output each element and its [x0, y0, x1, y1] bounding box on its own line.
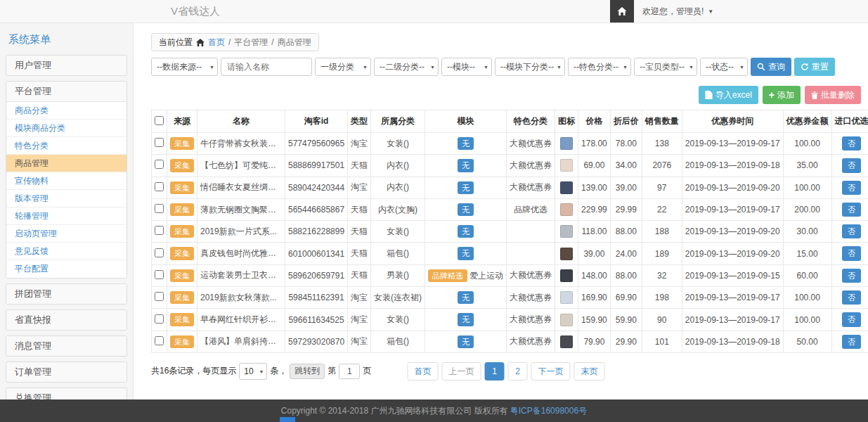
imported-toggle[interactable]: 否 [842, 136, 861, 151]
jump-page-input[interactable] [339, 364, 360, 379]
chevron-down-icon: ▼ [689, 65, 694, 70]
sidebar-group[interactable]: 消息管理 [6, 336, 127, 356]
filter-select-level2[interactable]: --二级分类--▼ [374, 58, 439, 76]
sidebar-item[interactable]: 模块商品分类 [6, 120, 127, 137]
source-badge: 采集 [170, 313, 194, 326]
sidebar-panel: 用户管理 [6, 55, 127, 76]
filter-select-value: --二级分类-- [380, 61, 425, 73]
icon-cell [555, 177, 578, 198]
chevron-down-icon: ▼ [430, 65, 435, 70]
per-page-select[interactable]: 10 ▼ [239, 363, 267, 380]
sidebar-group[interactable]: 平台管理 [6, 82, 127, 101]
sidebar-item[interactable]: 特色分类 [6, 137, 127, 155]
pager-item[interactable]: 2 [508, 362, 528, 381]
row-checkbox[interactable] [155, 160, 164, 169]
sidebar-item[interactable]: 商品分类 [6, 102, 127, 120]
filter-select-status[interactable]: --状态--▼ [700, 58, 748, 76]
imported-toggle[interactable]: 否 [842, 246, 861, 260]
taoke-id: 589042420344 [285, 177, 348, 198]
select-all-checkbox[interactable] [155, 116, 164, 125]
filter-select-data-source[interactable]: --数据来源--▼ [151, 58, 218, 76]
product-category: 内衣(文胸) [371, 198, 425, 220]
module-badge: 无 [458, 313, 474, 326]
row-checkbox[interactable] [155, 226, 164, 235]
source-cell: 采集 [167, 133, 197, 155]
pager-item[interactable]: 1 [485, 362, 505, 381]
home-icon [617, 7, 627, 15]
sidebar-item[interactable]: 轮播管理 [6, 207, 127, 225]
sidebar-item[interactable]: 商品管理 [6, 155, 127, 172]
filter-select-value: --数据来源-- [157, 61, 202, 73]
jump-post-text: 页 [363, 365, 371, 377]
imported-cell: 否 [831, 309, 868, 331]
sidebar-item[interactable]: 版本管理 [6, 190, 127, 207]
bulk-delete-button[interactable]: 批量删除 [805, 86, 861, 104]
imported-toggle[interactable]: 否 [842, 158, 861, 172]
sidebar-panel: 消息管理 [6, 335, 127, 357]
sidebar-item[interactable]: 意见反馈 [6, 243, 127, 260]
pager-item[interactable]: 首页 [408, 362, 439, 381]
filter-select-item-type[interactable]: --宝贝类型--▼ [634, 58, 697, 76]
add-button[interactable]: + 添加 [763, 86, 801, 104]
row-checkbox[interactable] [155, 138, 164, 147]
row-checkbox[interactable] [155, 336, 164, 345]
filter-input-name[interactable] [221, 58, 312, 76]
special-category: 大额优惠券 [507, 264, 555, 286]
module-cell: 无 [425, 331, 507, 352]
select-all-cell [152, 110, 167, 133]
sidebar-group[interactable]: 订单管理 [6, 362, 127, 382]
jump-button[interactable]: 跳转到 [290, 364, 325, 379]
module-cell: 无 [425, 133, 507, 155]
sidebar-title: 系统菜单 [8, 33, 127, 46]
icp-link[interactable]: 粤ICP备16098006号 [510, 405, 587, 417]
sidebar-item[interactable]: 启动页管理 [6, 225, 127, 243]
special-category: 大额优惠券 [507, 331, 555, 352]
table-row: 采集早春网红针织开衫女春...596611634525淘宝女装()无大额优惠券1… [152, 309, 868, 331]
reset-button[interactable]: 重置 [794, 58, 835, 76]
filter-select-module[interactable]: --模块--▼ [441, 58, 492, 76]
product-category: 箱包() [371, 331, 425, 352]
filter-select-module-sub[interactable]: --模块下分类--▼ [495, 58, 565, 76]
sidebar-panel: 省直快报 [6, 309, 127, 331]
coupon-amount: 35.00 [783, 155, 831, 177]
filter-select-level1[interactable]: 一级分类▼ [315, 58, 371, 76]
column-header: 名称 [197, 110, 285, 133]
filter-select-special[interactable]: --特色分类--▼ [568, 58, 631, 76]
import-excel-button[interactable]: 导入excel [699, 86, 758, 104]
product-type: 天猫 [348, 264, 371, 286]
sidebar-group[interactable]: 省直快报 [6, 310, 127, 330]
imported-toggle[interactable]: 否 [842, 312, 861, 326]
sidebar-group[interactable]: 用户管理 [6, 56, 127, 75]
sales-count: 97 [642, 177, 682, 198]
pager-item[interactable]: 下一页 [531, 362, 571, 381]
imported-toggle[interactable]: 否 [842, 269, 861, 283]
row-checkbox[interactable] [155, 204, 164, 213]
chevron-down-icon: ▼ [363, 65, 368, 70]
row-checkbox[interactable] [155, 182, 164, 191]
home-button[interactable] [610, 0, 634, 23]
sidebar-item[interactable]: 宣传物料 [6, 172, 127, 190]
row-checkbox[interactable] [155, 270, 164, 279]
search-button[interactable]: 查询 [751, 58, 791, 76]
imported-toggle[interactable]: 否 [842, 203, 861, 217]
checkbox-cell [152, 331, 167, 352]
sidebar-group[interactable]: 拼团管理 [6, 284, 127, 304]
row-checkbox[interactable] [155, 314, 164, 324]
imported-toggle[interactable]: 否 [842, 224, 861, 238]
table-body: 采集牛仔背带裤女秋装减龄...577479560965淘宝女装()无大额优惠券1… [152, 133, 868, 353]
sidebar-item[interactable]: 平台配置 [6, 260, 127, 278]
imported-toggle[interactable]: 否 [842, 290, 861, 305]
breadcrumb-home-link[interactable]: 首页 [208, 37, 225, 49]
pager-item[interactable]: 末页 [574, 362, 605, 381]
column-header: 所属分类 [371, 110, 425, 133]
user-menu[interactable]: 欢迎您，管理员! ▼ [634, 0, 722, 23]
coupon-time: 2019-09-13—2019-09-17 [682, 198, 783, 220]
row-checkbox[interactable] [155, 292, 164, 301]
sales-count: 198 [642, 287, 682, 309]
imported-toggle[interactable]: 否 [842, 335, 861, 349]
price: 139.00 [578, 177, 611, 198]
sidebar-group[interactable]: 兑换管理 [6, 388, 127, 399]
table-row: 采集【七色纺】可爱纯棉家...588869917501天猫内衣()无大额优惠券6… [152, 155, 868, 177]
row-checkbox[interactable] [155, 248, 164, 257]
imported-toggle[interactable]: 否 [842, 181, 861, 195]
